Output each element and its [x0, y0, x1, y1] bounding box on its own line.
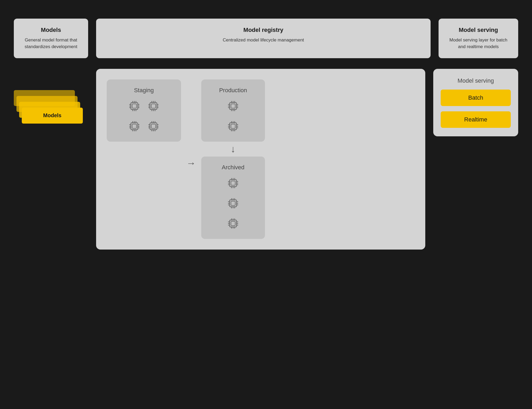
registry-inner: Staging — [107, 79, 415, 239]
svg-rect-84 — [230, 180, 237, 187]
serving-card-desc: Model serving layer for batch and realti… — [448, 37, 509, 50]
svg-rect-70 — [230, 123, 237, 130]
svg-rect-56 — [230, 103, 237, 109]
svg-rect-29 — [132, 124, 136, 128]
registry-card: Model registry Centralized model lifecyc… — [96, 19, 431, 58]
model-card-front: Models — [22, 108, 83, 124]
serving-card-top: Model serving Model serving layer for ba… — [439, 19, 518, 58]
staging-box: Staging — [107, 79, 181, 142]
right-column: Production — [201, 79, 265, 239]
svg-rect-28 — [131, 123, 138, 130]
staging-icons-row1 — [127, 99, 160, 114]
staging-label: Staging — [134, 87, 154, 94]
svg-rect-98 — [230, 200, 237, 207]
top-row: Models General model format that standar… — [14, 19, 518, 58]
production-box: Production — [201, 79, 265, 142]
staging-icons-row2 — [127, 119, 160, 134]
serving-box-right: Model serving Batch Realtime — [433, 69, 518, 136]
arrow-right-icon: → — [186, 158, 196, 169]
bottom-row: Models Staging — [14, 69, 518, 250]
svg-rect-85 — [231, 181, 235, 185]
archived-label: Archived — [222, 164, 244, 171]
production-label: Production — [219, 87, 247, 94]
svg-rect-15 — [151, 104, 156, 108]
svg-rect-43 — [151, 124, 156, 128]
realtime-button[interactable]: Realtime — [441, 111, 511, 128]
svg-rect-99 — [231, 201, 235, 205]
arrow-down-icon: ↓ — [231, 144, 235, 154]
models-stack-label: Models — [43, 112, 62, 119]
archived-chip-1 — [226, 176, 240, 191]
registry-box: Staging — [96, 69, 425, 250]
batch-button[interactable]: Batch — [441, 90, 511, 106]
serving-title: Model serving — [458, 77, 494, 84]
staging-chip-4 — [147, 119, 160, 134]
svg-rect-0 — [131, 103, 138, 109]
serving-card-title: Model serving — [448, 27, 509, 33]
staging-chip-1 — [127, 99, 141, 114]
registry-card-desc: Centralized model lifecycle management — [106, 37, 421, 44]
production-chip-2 — [226, 119, 240, 134]
registry-card-title: Model registry — [106, 27, 421, 33]
staging-chip-2 — [147, 99, 160, 114]
svg-rect-57 — [231, 104, 235, 108]
models-card-desc: General model format that standardizes d… — [23, 37, 79, 50]
archived-box: Archived — [201, 157, 265, 239]
svg-rect-42 — [150, 123, 157, 130]
svg-rect-1 — [132, 104, 136, 108]
archived-chip-2 — [226, 196, 240, 211]
svg-rect-71 — [231, 124, 235, 128]
models-card: Models General model format that standar… — [14, 19, 88, 58]
models-card-title: Models — [23, 27, 79, 33]
main-container: Models General model format that standar… — [14, 19, 518, 391]
svg-rect-14 — [150, 103, 157, 109]
svg-rect-113 — [231, 221, 235, 226]
archived-chip-3 — [226, 217, 240, 231]
svg-rect-112 — [230, 220, 237, 227]
staging-chip-3 — [127, 119, 141, 134]
production-chip-1 — [226, 99, 240, 114]
models-stack: Models — [14, 90, 88, 149]
